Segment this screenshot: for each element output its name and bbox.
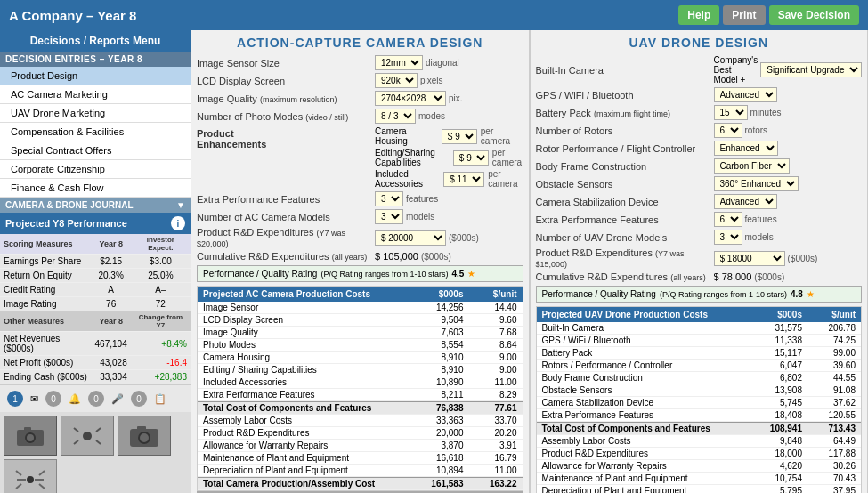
photo-modes-select[interactable]: 8 / 3: [375, 109, 416, 124]
uav-battery-select[interactable]: 15: [714, 105, 748, 120]
uav-body-select[interactable]: Carbon Fiber: [714, 158, 790, 174]
photo-modes-unit: modes: [418, 111, 445, 121]
lcd-label: LCD Display Screen: [197, 76, 375, 86]
uav-gps-value: Advanced: [714, 87, 777, 102]
num-models-value: 3 models: [375, 209, 434, 224]
list-item: Maintenance of Plant and Equipment 10,75…: [537, 473, 862, 485]
sidebar-item-uav-drone-marketing[interactable]: UAV Drone Marketing: [0, 104, 191, 123]
camera-panel: Action-Capture Camera Design Image Senso…: [191, 30, 531, 493]
uav-rotors-row: Number of Rotors 6 rotors: [536, 123, 863, 138]
table-row: Image Rating 76 72: [0, 297, 191, 311]
bell-icon[interactable]: 🔔: [69, 393, 81, 405]
clipboard-icon[interactable]: 📋: [154, 393, 166, 405]
scoring-col-label: Scoring Measures: [0, 234, 92, 255]
uav-rating-label: Performance / Quality Rating: [542, 289, 656, 299]
save-button[interactable]: Save Decision: [769, 5, 859, 25]
uav-battery-row: Battery Pack (maximum flight time) 15 mi…: [536, 105, 863, 120]
list-item: Product R&D Expenditures 20,000 20.20: [198, 427, 523, 440]
list-item: Included Accessories 10,890 11.00: [198, 376, 523, 389]
list-item: Extra Performance Features 18,408 120.55: [537, 409, 862, 422]
sidebar-item-corporate[interactable]: Corporate Citizenship: [0, 160, 191, 179]
enh-editing-label: Editing/Sharing Capabilities: [375, 148, 450, 167]
uav-rotor-perf-select[interactable]: Enhanced: [714, 141, 778, 156]
uav-rotors-select[interactable]: 6: [714, 123, 742, 138]
sensor-select[interactable]: 12mm: [375, 55, 423, 70]
clipboard-badge[interactable]: 0: [131, 391, 147, 407]
uav-rd-label: Product R&D Expenditures (Y7 was $15,000…: [536, 247, 714, 269]
product-images: [0, 412, 191, 493]
uav-gps-label: GPS / WiFi / Bluetooth: [536, 90, 714, 101]
list-item: Extra Performance Features 8,211 8.29: [198, 389, 523, 401]
rd-unit: ($000s): [449, 233, 479, 243]
uav-rd-row: Product R&D Expenditures (Y7 was $15,000…: [536, 247, 863, 269]
main-layout: Decisions / Reports Menu DECISION ENTRIE…: [0, 30, 868, 493]
list-item: Maintenance of Plant and Equipment 16,61…: [198, 452, 523, 465]
uav-camera-select[interactable]: Significant Upgrade: [760, 62, 862, 77]
rd-select[interactable]: $ 20000: [375, 230, 446, 246]
num-models-select[interactable]: 3: [375, 209, 403, 224]
list-item: Assembly Labor Costs 9,848 64.49: [537, 435, 862, 448]
table-row: Return On Equity 20.3% 25.0%: [0, 269, 191, 283]
print-button[interactable]: Print: [723, 5, 765, 25]
uav-stab-label: Camera Stabilization Device: [536, 197, 714, 207]
notification-bar: 1 ✉ 0 🔔 0 🎤 0 📋: [0, 384, 191, 412]
bell-badge[interactable]: 0: [45, 391, 61, 407]
lcd-select[interactable]: 920k: [375, 73, 418, 88]
rd-label: Product R&D Expenditures (Y7 was $20,000…: [197, 227, 375, 248]
camera-perf-rating: Performance / Quality Rating (P/Q Rating…: [197, 265, 523, 282]
svg-point-11: [140, 433, 149, 442]
list-item: Image Sensor 14,256 14.40: [198, 302, 523, 314]
svg-line-15: [39, 471, 45, 475]
svg-line-7: [74, 440, 78, 444]
mic-badge[interactable]: 0: [88, 391, 104, 407]
message-badge[interactable]: 1: [7, 391, 23, 407]
uav-battery-value: 15 minutes: [714, 105, 782, 120]
uav-rotor-perf-row: Rotor Performance / Flight Controller En…: [536, 141, 863, 156]
sidebar-item-special-contract[interactable]: Special Contract Offers: [0, 141, 191, 160]
uav-obstacle-value: 360° Enhanced: [714, 176, 799, 191]
message-icon[interactable]: ✉: [30, 393, 38, 405]
svg-line-5: [74, 428, 78, 432]
enh-accessories: Included Accessories $ 11 per camera: [375, 169, 523, 189]
enh-label: ProductEnhancements: [197, 126, 375, 150]
uav-num-models-unit: models: [745, 232, 774, 242]
uav-obstacle-select[interactable]: 360° Enhanced: [714, 176, 799, 191]
cum-rd-value: $ 105,000 ($000s): [375, 251, 451, 262]
mic-icon[interactable]: 🎤: [111, 393, 124, 405]
uav-rotors-value: 6 rotors: [714, 123, 768, 138]
uav-gps-select[interactable]: Advanced: [714, 87, 777, 102]
extra-perf-select[interactable]: 3: [375, 191, 403, 206]
uav-obstacle-row: Obstacle Sensors 360° Enhanced: [536, 176, 863, 191]
uav-extra-perf-select[interactable]: 6: [714, 212, 742, 227]
uav-rd-select[interactable]: $ 18000: [714, 251, 785, 266]
info-icon[interactable]: i: [171, 216, 185, 230]
main-content: Action-Capture Camera Design Image Senso…: [191, 30, 868, 493]
svg-line-8: [96, 440, 101, 444]
list-item: Allowance for Warranty Repairs 4,620 30.…: [537, 460, 862, 473]
sidebar-item-ac-camera-marketing[interactable]: AC Camera Marketing: [0, 85, 191, 104]
sidebar-item-compensation[interactable]: Compensation & Facilities: [0, 123, 191, 141]
help-button[interactable]: Help: [678, 5, 719, 25]
list-item: Body Frame Construction 6,802 44.55: [537, 372, 862, 384]
uav-stab-value: Advanced: [714, 194, 777, 209]
content-top: Action-Capture Camera Design Image Senso…: [191, 30, 868, 493]
rd-row: Product R&D Expenditures (Y7 was $20,000…: [197, 227, 523, 248]
uav-rating-sub: (P/Q Rating ranges from 1-10 stars): [660, 290, 787, 299]
uav-num-models-select[interactable]: 3: [714, 230, 742, 245]
quality-select[interactable]: 2704×2028: [375, 91, 446, 106]
uav-panel-title: UAV Drone Design: [536, 36, 863, 50]
quality-row: Image Quality (maximum resolution) 2704×…: [197, 91, 523, 106]
photo-modes-value: 8 / 3 modes: [375, 109, 445, 124]
sidebar-item-product-design[interactable]: Product Design: [0, 67, 191, 85]
uav-stab-select[interactable]: Advanced: [714, 194, 777, 209]
enh-housing-select[interactable]: $ 9: [442, 129, 477, 144]
app-header: A Company – Year 8 Help Print Save Decis…: [0, 0, 868, 30]
uav-extra-perf-row: Extra Performance Features 6 features: [536, 212, 863, 227]
enh-housing: Camera Housing $ 9 per camera: [375, 126, 523, 146]
enh-editing-select[interactable]: $ 9: [453, 150, 489, 166]
cum-rd-label: Cumulative R&D Expenditures (all years): [197, 251, 375, 262]
sidebar-item-finance[interactable]: Finance & Cash Flow: [0, 179, 191, 198]
uav-cum-rd-value: $ 78,000 ($000s): [714, 271, 785, 282]
uav-panel: UAV Drone Design Built-In Camera Company…: [531, 30, 869, 493]
enh-accessories-select[interactable]: $ 11: [443, 172, 484, 187]
